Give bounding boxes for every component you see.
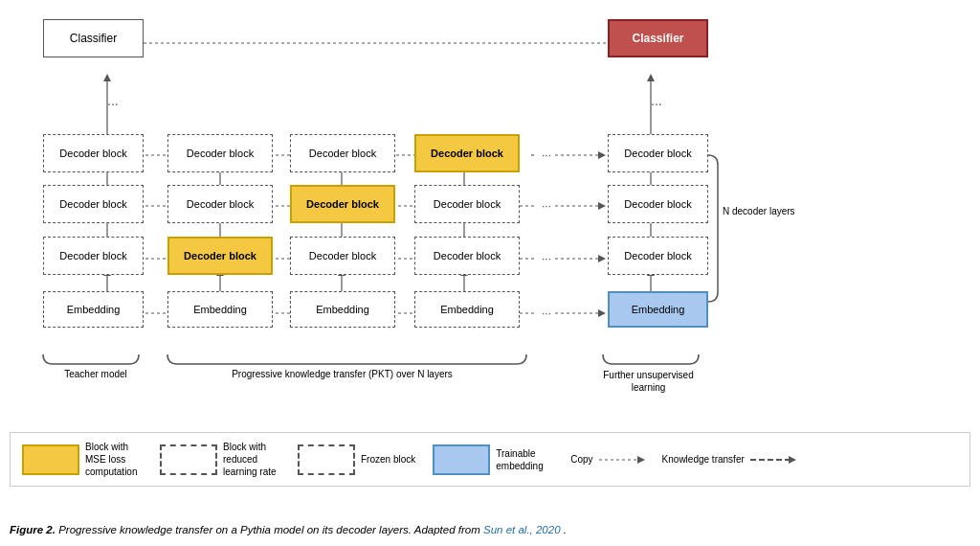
- decoder-block-col1-bot: Decoder block: [43, 237, 144, 275]
- svg-text:···: ···: [542, 307, 551, 320]
- legend-frozen-box: [298, 444, 355, 475]
- classifier-left: Classifier: [43, 19, 144, 57]
- decoder-block-col1-mid: Decoder block: [43, 185, 144, 223]
- legend-frozen: Frozen block: [298, 444, 415, 475]
- pkt-label: Progressive knowledge transfer (PKT) ove…: [167, 369, 517, 379]
- caption: Figure 2. Progressive knowledge transfer…: [10, 522, 970, 538]
- legend-frozen-label: Frozen block: [361, 453, 415, 466]
- caption-body: Progressive knowledge transfer on a Pyth…: [58, 524, 483, 535]
- classifier-right: Classifier: [608, 19, 708, 57]
- svg-text:···: ···: [651, 96, 662, 111]
- citation: Sun et al., 2020: [483, 524, 561, 535]
- embedding-col3: Embedding: [290, 291, 395, 328]
- svg-marker-8: [598, 309, 606, 317]
- svg-text:···: ···: [542, 148, 551, 162]
- copy-arrow-svg: [597, 452, 645, 467]
- svg-text:···: ···: [107, 96, 119, 111]
- legend-reduced-box: [160, 444, 217, 475]
- legend: Block with MSE loss computation Block wi…: [10, 432, 970, 487]
- svg-marker-69: [647, 74, 655, 81]
- teacher-model-label: Teacher model: [43, 369, 148, 379]
- decoder-block-col4-bot: Decoder block: [414, 237, 520, 275]
- decoder-block-col2-bot-yellow: Decoder block: [167, 237, 273, 275]
- n-decoder-label: N decoder layers: [723, 206, 809, 216]
- caption-prefix: Figure 2.: [10, 524, 56, 535]
- decoder-block-col4-mid: Decoder block: [414, 185, 520, 223]
- legend-knowledge-arrow: Knowledge transfer: [662, 452, 796, 467]
- decoder-block-col3-top: Decoder block: [290, 134, 395, 172]
- svg-text:···: ···: [542, 252, 551, 265]
- diagram: ··· ··· ··· ··· ··· ··· Classifier Decod…: [19, 10, 961, 393]
- decoder-block-col3-mid-yellow: Decoder block: [290, 185, 395, 223]
- embedding-col2: Embedding: [167, 291, 273, 328]
- main-container: ··· ··· ··· ··· ··· ··· Classifier Decod…: [0, 0, 980, 546]
- svg-marker-77: [637, 456, 645, 464]
- decoder-block-col5-bot: Decoder block: [608, 237, 708, 275]
- legend-mse: Block with MSE loss computation: [22, 441, 143, 478]
- decoder-block-col3-bot: Decoder block: [290, 237, 395, 275]
- decoder-block-col2-top: Decoder block: [167, 134, 273, 172]
- svg-text:···: ···: [542, 199, 551, 213]
- svg-marker-17: [598, 255, 606, 262]
- embedding-col5-blue: Embedding: [608, 291, 708, 328]
- caption-suffix: .: [564, 524, 567, 535]
- decoder-block-col5-top: Decoder block: [608, 134, 708, 172]
- decoder-block-col1-top: Decoder block: [43, 134, 144, 172]
- svg-marker-43: [103, 74, 111, 81]
- legend-trainable: Trainable embedding: [433, 444, 553, 475]
- legend-copy-arrow: Copy: [570, 452, 644, 467]
- decoder-block-col2-mid: Decoder block: [167, 185, 273, 223]
- decoder-block-col4-top-yellow: Decoder block: [414, 134, 520, 172]
- legend-reduced: Block with reduced learning rate: [160, 441, 280, 478]
- further-label: Further unsupervisedlearning: [593, 369, 703, 394]
- legend-knowledge-label: Knowledge transfer: [662, 454, 745, 465]
- embedding-col1: Embedding: [43, 291, 144, 328]
- legend-trainable-box: [433, 444, 490, 475]
- legend-copy-label: Copy: [570, 454, 592, 465]
- decoder-block-col5-mid: Decoder block: [608, 185, 708, 223]
- knowledge-arrow-svg: [748, 452, 796, 467]
- svg-marker-79: [789, 456, 796, 464]
- embedding-col4: Embedding: [414, 291, 520, 328]
- svg-marker-33: [598, 151, 606, 159]
- legend-mse-box: [22, 444, 79, 475]
- svg-marker-26: [598, 202, 606, 210]
- legend-mse-label: Block with MSE loss computation: [85, 441, 143, 478]
- legend-reduced-label: Block with reduced learning rate: [223, 441, 280, 478]
- legend-trainable-label: Trainable embedding: [496, 447, 553, 472]
